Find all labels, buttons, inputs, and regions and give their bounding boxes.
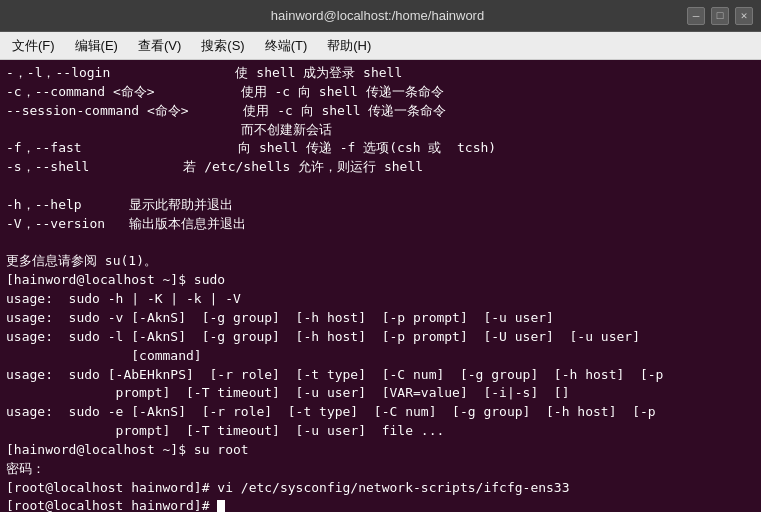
maximize-button[interactable]: □ bbox=[711, 7, 729, 25]
menu-view[interactable]: 查看(V) bbox=[130, 35, 189, 57]
menu-file[interactable]: 文件(F) bbox=[4, 35, 63, 57]
window-title: hainword@localhost:/home/hainword bbox=[68, 8, 687, 23]
menu-terminal[interactable]: 终端(T) bbox=[257, 35, 316, 57]
window-controls[interactable]: — □ ✕ bbox=[687, 7, 753, 25]
terminal-area[interactable]: -，-l，--login 使 shell 成为登录 shell -c，--com… bbox=[0, 60, 761, 512]
menu-search[interactable]: 搜索(S) bbox=[193, 35, 252, 57]
minimize-button[interactable]: — bbox=[687, 7, 705, 25]
menu-help[interactable]: 帮助(H) bbox=[319, 35, 379, 57]
close-button[interactable]: ✕ bbox=[735, 7, 753, 25]
menu-bar: 文件(F) 编辑(E) 查看(V) 搜索(S) 终端(T) 帮助(H) bbox=[0, 32, 761, 60]
terminal-cursor bbox=[217, 500, 225, 512]
title-bar: hainword@localhost:/home/hainword — □ ✕ bbox=[0, 0, 761, 32]
terminal-output: -，-l，--login 使 shell 成为登录 shell -c，--com… bbox=[6, 64, 755, 512]
menu-edit[interactable]: 编辑(E) bbox=[67, 35, 126, 57]
